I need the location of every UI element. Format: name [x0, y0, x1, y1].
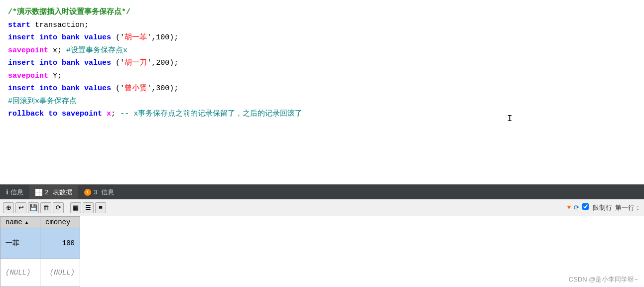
- code-editor: /*演示数据插入时设置事务保存点*/start transaction;inse…: [0, 0, 644, 184]
- grid-view-button[interactable]: ▦: [70, 202, 81, 213]
- code-content[interactable]: /*演示数据插入时设置事务保存点*/start transaction;inse…: [0, 0, 644, 184]
- filter-icon[interactable]: ▼: [567, 204, 571, 211]
- data-table: name cmoney 一菲100(NULL)(NULL): [0, 216, 80, 287]
- toolbar-separator-1: [67, 203, 67, 212]
- text-cursor: I: [507, 114, 513, 124]
- code-line: savepoint x; #设置事务保存点x: [8, 44, 636, 57]
- list-view-button[interactable]: ☰: [83, 202, 94, 213]
- add-button[interactable]: ⊕: [3, 202, 14, 213]
- cell-cmoney: (NULL): [40, 259, 80, 287]
- tab-info[interactable]: ℹ 信息: [0, 185, 29, 199]
- cell-cmoney: 100: [40, 228, 80, 259]
- table-area: name cmoney 一菲100(NULL)(NULL): [0, 216, 644, 287]
- orange-info-icon: i: [84, 189, 91, 196]
- code-line: start transaction;: [8, 19, 636, 32]
- tab-bar: ℹ 信息 2 表数据 i 3 信息: [0, 184, 644, 199]
- first-row-label: 第一行：: [615, 203, 641, 212]
- limit-row-checkbox[interactable]: [582, 203, 589, 210]
- watermark: CSDN @是小李同学呀~: [569, 275, 638, 284]
- col-header-name[interactable]: name: [0, 217, 40, 228]
- limit-row-label: 限制行: [593, 204, 612, 212]
- table-row[interactable]: 一菲100: [0, 228, 80, 259]
- code-line: insert into bank values ('胡一刀',200);: [8, 57, 636, 70]
- tab-info3-label: 3 信息: [94, 188, 115, 197]
- col-header-cmoney[interactable]: cmoney: [40, 217, 80, 228]
- tab-tabledata-label: 2 表数据: [45, 188, 72, 197]
- limit-row-checkbox-label: 限制行: [582, 203, 612, 212]
- undo-button[interactable]: ↩: [15, 202, 26, 213]
- code-line: insert into bank values ('曾小贤',300);: [8, 82, 636, 95]
- info-icon: ℹ: [6, 188, 8, 196]
- menu-button[interactable]: ≡: [95, 202, 106, 213]
- toolbar: ⊕ ↩ 💾 🗑 ⟳ ▦ ☰ ≡ ▼ ⟳ 限制行 第一行：: [0, 199, 644, 216]
- tab-info-label: 信息: [10, 188, 23, 197]
- table-row[interactable]: (NULL)(NULL): [0, 259, 80, 287]
- grid-icon: [35, 189, 42, 196]
- cell-name: (NULL): [0, 259, 40, 287]
- code-line: /*演示数据插入时设置事务保存点*/: [8, 6, 636, 19]
- toolbar-right: ▼ ⟳ 限制行 第一行：: [567, 203, 641, 212]
- code-line: savepoint Y;: [8, 70, 636, 83]
- refresh-icon-right[interactable]: ⟳: [574, 204, 579, 212]
- code-line: rollback to savepoint x; -- x事务保存点之前的记录保…: [8, 108, 636, 121]
- code-line: #回滚到x事务保存点: [8, 95, 636, 108]
- refresh-button[interactable]: ⟳: [53, 202, 64, 213]
- tab-tabledata[interactable]: 2 表数据: [29, 185, 78, 199]
- delete-button[interactable]: 🗑: [40, 202, 51, 213]
- code-line: insert into bank values ('胡一菲',100);: [8, 31, 636, 44]
- save-button[interactable]: 💾: [28, 202, 39, 213]
- cell-name: 一菲: [0, 228, 40, 259]
- tab-info3[interactable]: i 3 信息: [78, 185, 121, 199]
